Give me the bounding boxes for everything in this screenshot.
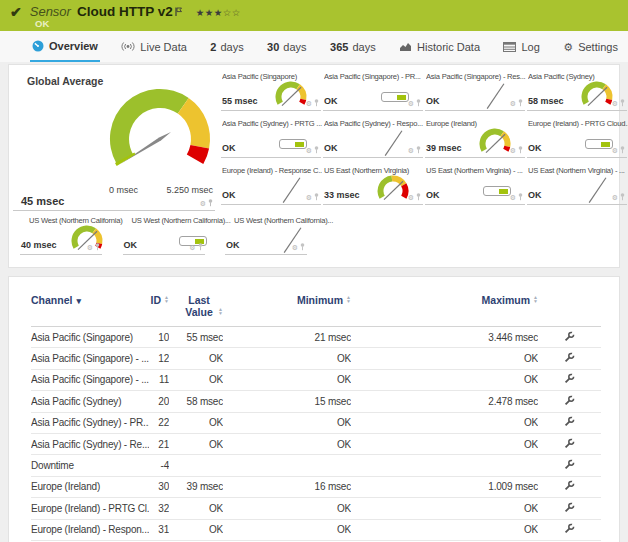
wrench-icon[interactable]	[564, 373, 575, 384]
pin-icon[interactable]	[198, 243, 203, 251]
mini-cell-icons[interactable]: ⚙	[510, 193, 523, 201]
wrench-icon[interactable]	[564, 459, 575, 470]
mini-cell-icons[interactable]: ⚙	[510, 99, 523, 107]
channel-mini-cell[interactable]: US West (Northern California)40 msec⚙	[20, 215, 102, 255]
tab-settings[interactable]: ⚙Settings	[561, 31, 620, 62]
gear-icon[interactable]: ⚙	[306, 194, 312, 201]
pin-icon[interactable]	[314, 99, 319, 107]
gear-icon[interactable]: ⚙	[612, 100, 618, 107]
wrench-icon[interactable]	[564, 502, 575, 513]
table-row[interactable]: Europe (Ireland) - Respon...31OKOKOK	[31, 519, 601, 540]
cell-tools[interactable]	[538, 348, 601, 369]
mini-cell-icons[interactable]: ⚙	[292, 243, 305, 251]
mini-cell-icons[interactable]: ⚙	[408, 146, 421, 154]
pin-icon[interactable]	[518, 193, 523, 201]
pin-icon[interactable]	[416, 193, 421, 201]
pin-icon[interactable]	[518, 99, 523, 107]
pin-icon[interactable]	[314, 146, 319, 154]
gear-icon[interactable]: ⚙	[87, 244, 93, 251]
pin-icon[interactable]	[620, 146, 625, 154]
global-average-gauge[interactable]: Global Average 0 msec 5.250 msec 45 msec…	[13, 71, 215, 211]
cell-tools[interactable]	[538, 412, 601, 433]
gear-icon[interactable]: ⚙	[408, 100, 414, 107]
wrench-icon[interactable]	[564, 331, 575, 342]
gauge-hover-icons[interactable]: ⚙	[200, 199, 213, 207]
cell-tools[interactable]	[538, 391, 601, 412]
gear-icon[interactable]: ⚙	[306, 147, 312, 154]
wrench-icon[interactable]	[564, 416, 575, 427]
pin-icon[interactable]	[95, 243, 100, 251]
mini-cell-icons[interactable]: ⚙	[306, 99, 319, 107]
mini-cell-icons[interactable]: ⚙	[189, 243, 202, 251]
wrench-icon[interactable]	[564, 395, 575, 406]
channel-mini-cell[interactable]: Asia Pacific (Singapore) - Res...OK⚙	[425, 71, 525, 111]
tab-historic-data[interactable]: Historic Data	[397, 31, 482, 62]
cell-tools[interactable]	[538, 519, 601, 540]
gear-icon[interactable]: ⚙	[189, 244, 195, 251]
col-header-channel[interactable]: Channel	[31, 292, 149, 327]
mini-cell-icons[interactable]: ⚙	[306, 193, 319, 201]
cell-tools[interactable]	[538, 327, 601, 348]
mini-cell-icons[interactable]: ⚙	[87, 243, 100, 251]
channel-mini-cell[interactable]: Asia Pacific (Singapore) - PR...OK⚙	[323, 71, 423, 111]
table-row[interactable]: Europe (Ireland)3039 msec16 msec1.009 ms…	[31, 476, 601, 497]
mini-cell-icons[interactable]: ⚙	[306, 146, 319, 154]
gear-icon[interactable]: ⚙	[306, 100, 312, 107]
gear-icon[interactable]: ⚙	[292, 244, 298, 251]
channel-mini-cell[interactable]: Asia Pacific (Singapore)55 msec⚙	[221, 71, 321, 111]
pin-icon[interactable]	[314, 193, 319, 201]
table-row[interactable]: Europe (Ireland) - PRTG Cl...32OKOKOK	[31, 498, 601, 519]
gear-icon[interactable]: ⚙	[510, 147, 516, 154]
gear-icon[interactable]: ⚙	[612, 194, 618, 201]
pin-icon[interactable]	[620, 99, 625, 107]
wrench-icon[interactable]	[564, 523, 575, 534]
table-row[interactable]: Asia Pacific (Singapore)1055 msec21 msec…	[31, 327, 601, 348]
table-row[interactable]: Asia Pacific (Sydney)2058 msec15 msec2.4…	[31, 391, 601, 412]
mini-cell-icons[interactable]: ⚙	[612, 193, 625, 201]
wrench-icon[interactable]	[564, 352, 575, 363]
channel-mini-cell[interactable]: US East (Northern Virginia) - ...OK⚙	[425, 165, 525, 205]
wrench-icon[interactable]	[564, 438, 575, 449]
pin-icon[interactable]	[518, 146, 523, 154]
mini-cell-icons[interactable]: ⚙	[408, 99, 421, 107]
table-row[interactable]: Asia Pacific (Sydney) - Re...21OKOKOK	[31, 433, 601, 454]
tab-overview[interactable]: Overview	[30, 31, 100, 62]
channel-mini-cell[interactable]: US East (Northern Virginia) - ...OK⚙	[527, 165, 627, 205]
gear-icon[interactable]: ⚙	[612, 147, 618, 154]
tab-days[interactable]: 2days	[208, 31, 245, 62]
wrench-icon[interactable]	[564, 480, 575, 491]
pin-icon[interactable]	[416, 146, 421, 154]
mini-cell-icons[interactable]: ⚙	[612, 99, 625, 107]
pin-icon[interactable]	[416, 99, 421, 107]
table-row[interactable]: Asia Pacific (Sydney) - PR...22OKOKOK	[31, 412, 601, 433]
pin-icon[interactable]	[620, 193, 625, 201]
cell-tools[interactable]	[538, 433, 601, 454]
pin-icon[interactable]	[208, 199, 213, 207]
gear-icon[interactable]: ⚙	[510, 194, 516, 201]
mini-cell-icons[interactable]: ⚙	[612, 146, 625, 154]
channel-mini-cell[interactable]: Asia Pacific (Sydney) - PRTG ...OK⚙	[221, 118, 321, 158]
channel-mini-cell[interactable]: US West (Northern California)...OK⚙	[225, 215, 307, 255]
mini-cell-icons[interactable]: ⚙	[408, 193, 421, 201]
channel-mini-cell[interactable]: Asia Pacific (Sydney)58 msec⚙	[527, 71, 627, 111]
gear-icon[interactable]: ⚙	[510, 100, 516, 107]
channel-mini-cell[interactable]: Europe (Ireland)39 msec⚙	[425, 118, 525, 158]
channel-mini-cell[interactable]: US West (Northern California)...OK⚙	[123, 215, 205, 255]
cell-tools[interactable]	[538, 498, 601, 519]
gear-icon[interactable]: ⚙	[408, 194, 414, 201]
channel-mini-cell[interactable]: Europe (Ireland) - Response C...OK⚙	[221, 165, 321, 205]
tab-days[interactable]: 30days	[265, 31, 309, 62]
mini-cell-icons[interactable]: ⚙	[510, 146, 523, 154]
priority-stars[interactable]: ★★★☆☆	[196, 7, 241, 18]
channel-mini-cell[interactable]: Europe (Ireland) - PRTG Cloud...OK⚙	[527, 118, 627, 158]
tab-days[interactable]: 365days	[328, 31, 378, 62]
gear-icon[interactable]: ⚙	[200, 200, 206, 207]
tab-live-data[interactable]: Live Data	[119, 31, 188, 62]
col-header-lastvalue[interactable]: Last Value	[169, 292, 223, 327]
channel-mini-cell[interactable]: US East (Northern Virginia)33 msec⚙	[323, 165, 423, 205]
col-header-minimum[interactable]: Minimum	[223, 292, 351, 327]
tab-log[interactable]: Log	[501, 31, 541, 62]
col-header-id[interactable]: ID	[149, 292, 169, 327]
channel-mini-cell[interactable]: Asia Pacific (Sydney) - Respo...OK⚙	[323, 118, 423, 158]
cell-tools[interactable]	[538, 369, 601, 390]
